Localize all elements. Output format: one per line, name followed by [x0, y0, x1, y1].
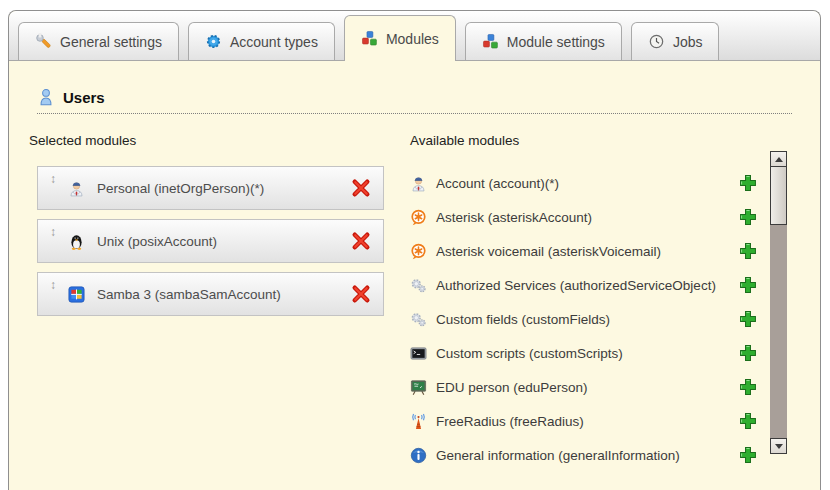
module-label: Asterisk voicemail (asteriskVoicemail) — [436, 244, 661, 259]
add-module-button[interactable] — [739, 310, 757, 328]
tab-bar: General settings Account types Modul — [9, 11, 820, 61]
green-plus-icon — [739, 378, 757, 396]
module-label: Unix (posixAccount) — [97, 234, 217, 249]
available-module-row-asterisk-voicemail: Asterisk voicemail (asteriskVoicemail) — [410, 234, 757, 268]
delete-x-icon — [351, 284, 371, 304]
scroll-up-button[interactable] — [770, 151, 787, 167]
selected-modules-heading: Selected modules — [29, 133, 384, 148]
tab-label: Module settings — [507, 34, 605, 50]
module-label: Custom fields (customFields) — [436, 312, 610, 327]
section-title: Users — [63, 89, 105, 106]
gears-icon — [410, 311, 427, 328]
asterisk-icon — [410, 243, 427, 260]
available-modules-list: Account (account)(*) — [410, 166, 757, 472]
modules-cubes-icon — [482, 33, 499, 50]
config-panel: General settings Account types Modul — [8, 10, 821, 490]
remove-module-button[interactable] — [351, 284, 371, 304]
tab-label: Modules — [386, 31, 439, 47]
delete-x-icon — [351, 178, 371, 198]
green-plus-icon — [739, 310, 757, 328]
available-module-row-authorized-services: Authorized Services (authorizedServiceOb… — [410, 268, 757, 302]
add-module-button[interactable] — [739, 174, 757, 192]
section-header-users: Users — [37, 88, 792, 114]
updown-arrow-icon[interactable]: ↕ — [50, 225, 60, 239]
add-module-button[interactable] — [739, 208, 757, 226]
green-plus-icon — [739, 174, 757, 192]
available-module-row-asterisk: Asterisk (asteriskAccount) — [410, 200, 757, 234]
remove-module-button[interactable] — [351, 231, 371, 251]
green-plus-icon — [739, 276, 757, 294]
green-plus-icon — [739, 208, 757, 226]
module-label: Personal (inetOrgPerson)(*) — [97, 181, 264, 196]
user-silhouette-icon — [37, 88, 55, 106]
module-label: Samba 3 (sambaSamAccount) — [97, 287, 281, 302]
green-plus-icon — [739, 344, 757, 362]
updown-arrow-icon[interactable]: ↕ — [50, 172, 60, 186]
add-module-button[interactable] — [739, 378, 757, 396]
wrench-icon — [35, 33, 52, 50]
gear-icon — [205, 33, 222, 50]
available-module-row-general-information: General information (generalInformation) — [410, 438, 757, 472]
scroll-up-arrow-icon — [775, 157, 783, 162]
selected-modules-column: Selected modules ↕ — [29, 133, 384, 472]
modules-cubes-icon — [361, 30, 378, 47]
module-label: General information (generalInformation) — [436, 448, 680, 463]
tab-modules[interactable]: Modules — [344, 15, 456, 61]
available-module-row-custom-scripts: Custom scripts (customScripts) — [410, 336, 757, 370]
add-module-button[interactable] — [739, 276, 757, 294]
selected-module-row-unix[interactable]: ↕ Unix (posix — [37, 219, 384, 263]
windows-flag-icon — [68, 286, 85, 303]
module-label: Custom scripts (customScripts) — [436, 346, 623, 361]
updown-arrow-icon[interactable]: ↕ — [50, 278, 60, 292]
person-icon — [410, 175, 427, 192]
available-module-row-custom-fields: Custom fields (customFields) — [410, 302, 757, 336]
module-label: Authorized Services (authorizedServiceOb… — [436, 278, 716, 293]
remove-module-button[interactable] — [351, 178, 371, 198]
tux-penguin-icon — [68, 233, 85, 250]
available-module-row-freeradius: FreeRadius (freeRadius) — [410, 404, 757, 438]
chalkboard-icon — [410, 379, 427, 396]
module-label: Asterisk (asteriskAccount) — [436, 210, 592, 225]
tab-module-settings[interactable]: Module settings — [465, 22, 622, 60]
add-module-button[interactable] — [739, 242, 757, 260]
tab-label: Account types — [230, 34, 318, 50]
tab-label: General settings — [60, 34, 162, 50]
selected-modules-list: ↕ Personal (inetOrgPerson)(*) — [37, 166, 384, 316]
green-plus-icon — [739, 412, 757, 430]
tab-general-settings[interactable]: General settings — [18, 22, 179, 60]
person-icon — [68, 180, 85, 197]
info-icon — [410, 447, 427, 464]
asterisk-icon — [410, 209, 427, 226]
scroll-track[interactable] — [770, 225, 787, 438]
available-modules-heading: Available modules — [410, 133, 757, 148]
selected-module-row-personal[interactable]: ↕ Personal (inetOrgPerson)(*) — [37, 166, 384, 210]
available-module-row-edu-person: EDU person (eduPerson) — [410, 370, 757, 404]
clock-icon — [648, 33, 665, 50]
add-module-button[interactable] — [739, 412, 757, 430]
scroll-down-arrow-icon — [775, 444, 783, 449]
green-plus-icon — [739, 446, 757, 464]
scroll-down-button[interactable] — [770, 438, 787, 454]
add-module-button[interactable] — [739, 446, 757, 464]
module-label: FreeRadius (freeRadius) — [436, 414, 584, 429]
delete-x-icon — [351, 231, 371, 251]
module-label: EDU person (eduPerson) — [436, 380, 588, 395]
green-plus-icon — [739, 242, 757, 260]
available-module-row-account: Account (account)(*) — [410, 166, 757, 200]
scroll-thumb[interactable] — [770, 167, 787, 225]
selected-module-row-samba[interactable]: ↕ Samba 3 (sambaSamAccount) — [37, 272, 384, 316]
available-modules-column: Available modules — [410, 133, 787, 472]
add-module-button[interactable] — [739, 344, 757, 362]
modules-tab-content: Users Selected modules ↕ — [9, 88, 820, 472]
scrollbar[interactable] — [770, 151, 787, 454]
terminal-icon — [410, 345, 427, 362]
tab-label: Jobs — [673, 34, 703, 50]
gears-icon — [410, 277, 427, 294]
tab-account-types[interactable]: Account types — [188, 22, 335, 60]
module-label: Account (account)(*) — [436, 176, 559, 191]
tab-jobs[interactable]: Jobs — [631, 22, 720, 60]
radio-antenna-icon — [410, 413, 427, 430]
